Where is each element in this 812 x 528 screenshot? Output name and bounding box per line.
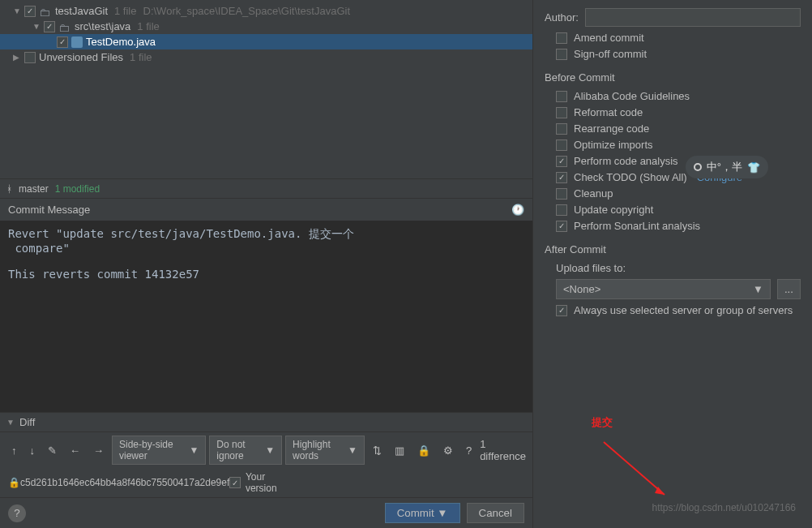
modified-count: 1 modified (55, 183, 100, 195)
commit-message-input[interactable] (0, 221, 532, 412)
diff-section: ▼ Diff ↑ ↓ ✎ ← → Side-by-side viewer▼ Do… (0, 412, 532, 497)
todo-label: Check TODO (Show All) (574, 171, 687, 183)
sync-scroll-icon[interactable]: ▥ (390, 442, 409, 459)
unversioned-count: 1 file (130, 51, 152, 63)
copyright-checkbox[interactable] (556, 204, 567, 216)
signoff-checkbox[interactable] (556, 49, 567, 60)
chevron-down-icon: ▼ (13, 6, 21, 15)
file-checkbox[interactable] (57, 36, 68, 48)
prev-diff-icon[interactable]: ↑ (6, 442, 22, 459)
tree-unversioned[interactable]: ▶ Unversioned Files 1 file (0, 49, 532, 65)
amend-label: Amend commit (574, 32, 644, 44)
todo-checkbox[interactable] (556, 172, 567, 183)
folder-icon: 🗀 (39, 6, 52, 17)
commit-message-label: Commit Message (8, 204, 90, 216)
tree-file[interactable]: TestDemo.java (0, 34, 532, 49)
author-input[interactable] (585, 8, 801, 27)
subfolder-count: 1 file (137, 20, 159, 32)
chevron-right-icon: ▶ (13, 53, 21, 62)
watermark: https://blog.csdn.net/u010247166 (652, 502, 796, 513)
upload-label: Upload files to: (556, 262, 801, 274)
forward-icon[interactable]: → (88, 442, 109, 459)
reformat-label: Reformat code (574, 106, 643, 118)
optimize-checkbox[interactable] (556, 140, 567, 151)
subfolder-name: src\test\java (75, 20, 130, 32)
analysis-checkbox[interactable] (556, 156, 567, 167)
alibaba-checkbox[interactable] (556, 91, 567, 102)
ime-indicator: 中°，半 👕 (686, 156, 768, 178)
highlight-dropdown[interactable]: Highlight words▼ (285, 436, 365, 465)
diff-toggle[interactable]: ▼ Diff (0, 413, 532, 431)
chevron-down-icon: ▼ (753, 283, 763, 295)
alibaba-label: Alibaba Code Guidelines (574, 90, 690, 102)
commit-button[interactable]: Commit ▼ (385, 503, 460, 523)
collapse-icon[interactable]: ⇅ (368, 442, 387, 459)
help-button[interactable]: ? (8, 504, 26, 522)
author-label: Author: (545, 11, 579, 24)
always-use-checkbox[interactable] (556, 305, 567, 316)
commit-hash: c5d261b1646ec64bb4a8f46bc75500417a2de9ef (20, 477, 229, 488)
root-checkbox[interactable] (24, 6, 36, 17)
amend-checkbox[interactable] (556, 32, 567, 44)
unversioned-label: Unversioned Files (39, 51, 123, 63)
commit-header: Commit Message 🕐 (0, 199, 532, 221)
file-tree: ▼ 🗀 testJavaGit 1 file D:\Work_space\IDE… (0, 0, 532, 178)
lock-icon[interactable]: 🔒 (412, 442, 435, 459)
back-icon[interactable]: ← (65, 442, 85, 459)
browse-button[interactable]: ... (777, 279, 801, 299)
chevron-down-icon: ▼ (189, 444, 199, 456)
always-use-label: Always use selected server or group of s… (574, 304, 793, 316)
chevron-down-icon: ▼ (265, 444, 275, 456)
help-icon[interactable]: ? (461, 442, 477, 459)
difference-count: 1 difference (480, 438, 526, 462)
cleanup-checkbox[interactable] (556, 188, 567, 200)
lock-icon: 🔒 (8, 477, 20, 488)
reformat-checkbox[interactable] (556, 107, 567, 118)
after-commit-title: After Commit (545, 243, 801, 255)
tree-root[interactable]: ▼ 🗀 testJavaGit 1 file D:\Work_space\IDE… (0, 3, 532, 19)
copyright-label: Update copyright (574, 204, 653, 216)
circle-icon (694, 163, 702, 171)
annotation-arrow (600, 438, 681, 503)
your-version-checkbox[interactable] (229, 477, 241, 488)
branch-bar: ᚼ master 1 modified (0, 178, 532, 198)
chevron-down-icon: ▼ (32, 22, 41, 31)
next-diff-icon[interactable]: ↓ (25, 442, 41, 459)
sonarlint-label: Perform SonarLint analysis (574, 220, 700, 232)
svg-line-0 (604, 442, 665, 495)
shirt-icon: 👕 (747, 161, 760, 174)
unversioned-checkbox[interactable] (24, 52, 36, 63)
subfolder-checkbox[interactable] (44, 21, 55, 32)
edit-icon[interactable]: ✎ (43, 442, 62, 459)
your-version-label: Your version (246, 471, 297, 494)
viewer-dropdown[interactable]: Side-by-side viewer▼ (112, 436, 206, 465)
chevron-down-icon: ▼ (6, 418, 15, 427)
root-name: testJavaGit (55, 5, 108, 17)
signoff-label: Sign-off commit (574, 48, 647, 60)
root-count: 1 file (114, 5, 136, 17)
commit-message-section: Commit Message 🕐 (0, 198, 532, 412)
file-name: TestDemo.java (86, 36, 156, 48)
bottom-bar: ? Commit ▼ Cancel (0, 497, 532, 528)
ignore-dropdown[interactable]: Do not ignore▼ (209, 436, 282, 465)
history-icon[interactable]: 🕐 (511, 204, 524, 216)
branch-name[interactable]: master (19, 183, 49, 195)
rearrange-label: Rearrange code (574, 122, 649, 135)
rearrange-checkbox[interactable] (556, 123, 567, 135)
folder-icon: 🗀 (58, 21, 71, 32)
optimize-label: Optimize imports (574, 139, 653, 151)
chevron-down-icon: ▼ (348, 444, 357, 456)
java-file-icon (71, 36, 83, 48)
cleanup-label: Cleanup (574, 187, 613, 200)
annotation-submit: 提交 (592, 415, 613, 430)
sonarlint-checkbox[interactable] (556, 221, 567, 232)
gear-icon[interactable]: ⚙ (438, 442, 458, 459)
cancel-button[interactable]: Cancel (467, 503, 525, 523)
diff-toolbar: ↑ ↓ ✎ ← → Side-by-side viewer▼ Do not ig… (0, 431, 532, 468)
diff-label: Diff (19, 416, 35, 428)
tree-subfolder[interactable]: ▼ 🗀 src\test\java 1 file (0, 19, 532, 34)
root-path: D:\Work_space\IDEA_Space\Git\testJavaGit (143, 5, 351, 17)
upload-select[interactable]: <None>▼ (556, 279, 771, 299)
before-commit-title: Before Commit (545, 71, 801, 84)
branch-icon: ᚼ (6, 183, 12, 195)
